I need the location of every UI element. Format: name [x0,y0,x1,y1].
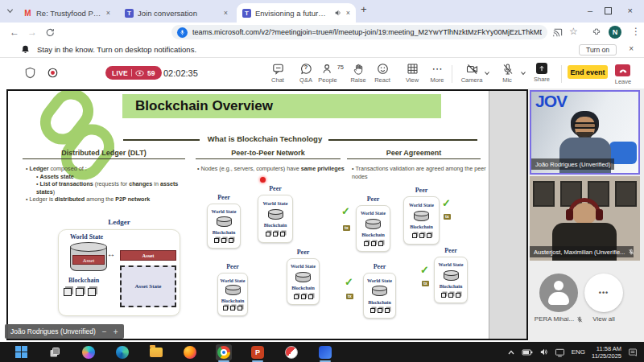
agreement-bullets: Transactions validation are agreed among… [352,165,487,180]
extensions-icon[interactable] [592,27,601,37]
leave-label: Leave [610,78,636,85]
taskbar-icon-edge[interactable] [114,344,130,360]
meeting-stage: Blockchain Overview What is Blockchain T… [0,88,528,342]
browser-profile-avatar[interactable]: N [609,26,621,39]
database-icon [372,286,387,296]
taskbar-icon-explorer[interactable] [148,344,164,360]
peer-node: World StateBlockchain [363,273,396,319]
browser-menu-icon[interactable]: ⋮ [631,26,641,37]
back-icon[interactable]: ← [10,27,19,38]
more-button[interactable]: ⋯ More [423,63,451,84]
turn-on-button[interactable]: Turn on [579,44,617,56]
zoom-out-button[interactable]: − [102,327,107,336]
participant-name: João Rodrigues (Unverified) [531,158,614,170]
mic-chevron-icon[interactable] [520,70,526,76]
network-icon[interactable] [555,348,565,357]
taskbar-icon-firefox[interactable] [182,344,198,360]
participant-silhouette [572,203,597,224]
browser-tab-join[interactable]: T Join conversation × [119,3,233,23]
tab-close-icon[interactable]: × [106,9,110,17]
shield-icon [24,67,36,79]
clock-date: 11/25/2025 [592,352,621,360]
new-tab-button[interactable]: + [361,3,367,15]
teams-icon: T [242,9,251,18]
taskbar-icon-copilot[interactable] [80,344,97,360]
chat-button[interactable]: Chat [264,63,291,84]
share-button[interactable]: Share [528,63,555,83]
jov-logo: JOV [535,92,567,111]
start-button[interactable] [13,344,29,360]
tab-close-icon[interactable]: × [224,9,228,17]
browser-tab-meeting[interactable]: T Envisioning a future food sy × [237,3,356,23]
react-button[interactable]: React [369,63,396,84]
window-minimize-button[interactable]: – [588,6,592,15]
cast-icon[interactable] [552,27,563,37]
peer-label: Peer [287,249,320,256]
peer-node: World StateBlockchain [217,273,248,316]
forward-icon[interactable]: → [27,27,37,38]
check-icon: ✓ [420,264,429,276]
speaker-icon[interactable] [539,348,548,356]
block-cubes-icon [266,232,285,237]
live-label: LIVE [112,69,128,77]
mic-off-icon [576,316,583,323]
people-button[interactable]: 75 People [314,63,341,84]
database-icon [365,220,381,229]
tray-expand-icon[interactable] [507,348,515,356]
task-view-button[interactable] [47,344,63,360]
camera-off-icon [466,63,478,75]
world-state-label: World State [70,233,103,241]
camera-chevron-icon[interactable] [484,70,490,76]
camera-button[interactable]: Camera [458,63,485,84]
browser-tab-gmail[interactable]: M Re: Trustyfood Presentation - n × [18,3,116,23]
laser-pointer-dot [260,177,266,183]
bookmark-star-icon[interactable]: ☆ [569,26,578,37]
firefox-icon [184,346,196,359]
taskbar-icon-powerpoint[interactable]: P [250,344,266,360]
screen: M Re: Trustyfood Presentation - n × T Jo… [0,0,644,362]
window-maximize-button[interactable] [605,7,612,14]
zoom-in-button[interactable]: + [114,327,118,336]
phone-icon [618,66,628,76]
participant-avatar-pera[interactable] [539,274,578,312]
taskbar-icon-blue-app[interactable] [317,344,333,360]
end-event-button[interactable]: End event [568,65,608,79]
participant-tile-joao[interactable]: JOV João Rodrigues (Unverified) [530,90,640,175]
participant-tile-austerjost[interactable]: Austerjost, Maximilian (Unverifie... [530,176,640,261]
block-cubes-icon [64,288,96,296]
browser-tab-strip: M Re: Trustyfood Presentation - n × T Jo… [0,0,644,23]
taskbar-clock[interactable]: 11:58 AM 11/25/2025 [592,345,621,360]
raise-hand-button[interactable]: Raise [345,63,372,84]
notification-close-icon[interactable]: × [629,44,634,53]
meeting-timer: 02:02:35 [163,68,198,78]
address-bar[interactable]: teams.microsoft.com/v2/?meetingjoin=true… [171,25,547,39]
reload-icon[interactable] [45,27,55,37]
view-all-button[interactable]: ••• [584,274,623,312]
windows-icon [15,346,27,358]
p2p-bullets: Nodes (e.g., servers, computers) have sa… [197,165,354,173]
live-badge: LIVE 59 [105,66,162,80]
clock-time: 11:58 AM [592,345,621,352]
database-icon [217,217,232,227]
view-all-label: View all [592,315,614,323]
taskbar-icon-chrome[interactable] [216,344,232,360]
window-close-button[interactable]: × [628,6,633,15]
tab-close-icon[interactable]: × [346,9,350,17]
slide-title: Blockchain Overview [122,94,441,118]
block-cubes-icon [441,293,460,298]
peer-label: Peer [434,247,468,254]
battery-icon[interactable] [522,348,533,357]
notification-center-icon[interactable] [628,348,638,357]
notification-message: Stay in the know. Turn on desktop notifi… [37,45,196,54]
taskbar-icon-app[interactable] [283,344,299,360]
database-icon [268,210,283,220]
ledger-diagram-title: Ledger [58,218,180,226]
view-button[interactable]: View [398,63,426,84]
tab-search-icon[interactable] [6,7,14,14]
url-text: teams.microsoft.com/v2/?meetingjoin=true… [192,28,542,36]
mic-button[interactable]: Mic [493,63,521,84]
database-icon: Asset [70,244,107,271]
tab-audio-icon[interactable] [334,9,342,17]
language-indicator[interactable]: ENG [572,348,585,356]
leave-button[interactable] [615,64,630,76]
